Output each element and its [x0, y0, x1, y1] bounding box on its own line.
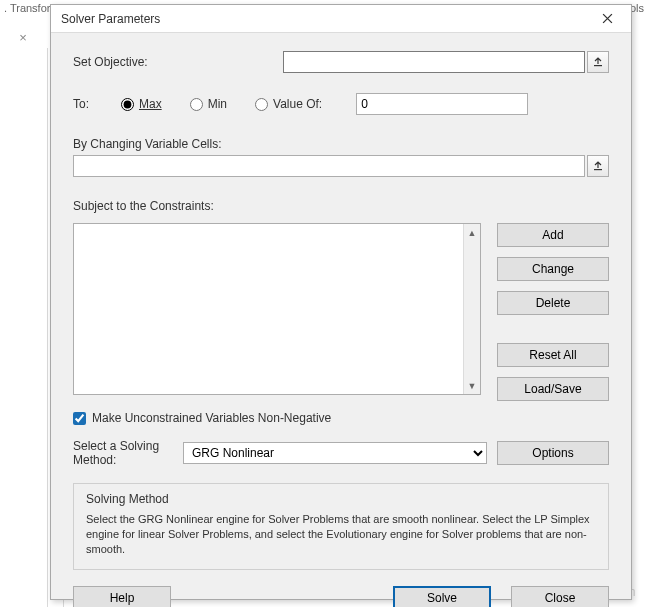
radio-max-label[interactable]: Max	[139, 97, 162, 111]
constraints-listbox[interactable]: ▲ ▼	[73, 223, 481, 395]
changing-cells-input[interactable]	[73, 155, 585, 177]
solver-parameters-dialog: Solver Parameters Set Objective: To: Max	[50, 4, 632, 600]
description-body: Select the GRG Nonlinear engine for Solv…	[86, 512, 596, 557]
titlebar: Solver Parameters	[51, 5, 631, 33]
solving-method-description: Solving Method Select the GRG Nonlinear …	[73, 483, 609, 570]
ribbon-fragment-right: ols	[630, 2, 644, 14]
scrollbar[interactable]: ▲ ▼	[463, 224, 480, 394]
help-button[interactable]: Help	[73, 586, 171, 607]
objective-radio-group: Max Min Value Of:	[121, 97, 322, 111]
radio-min[interactable]	[190, 98, 203, 111]
solve-button[interactable]: Solve	[393, 586, 491, 607]
collapse-dialog-icon[interactable]	[587, 51, 609, 73]
delete-button[interactable]: Delete	[497, 291, 609, 315]
valueof-input[interactable]	[356, 93, 528, 115]
set-objective-label: Set Objective:	[73, 55, 283, 69]
reset-all-button[interactable]: Reset All	[497, 343, 609, 367]
scroll-up-icon[interactable]: ▲	[464, 224, 480, 241]
options-button[interactable]: Options	[497, 441, 609, 465]
to-label: To:	[73, 97, 121, 111]
dialog-title: Solver Parameters	[61, 12, 587, 26]
svg-rect-0	[594, 65, 602, 66]
change-button[interactable]: Change	[497, 257, 609, 281]
svg-rect-1	[594, 169, 602, 170]
nonnegative-label[interactable]: Make Unconstrained Variables Non-Negativ…	[92, 411, 331, 425]
add-button[interactable]: Add	[497, 223, 609, 247]
formula-cancel-icon[interactable]: ×	[12, 30, 34, 48]
load-save-button[interactable]: Load/Save	[497, 377, 609, 401]
radio-min-label[interactable]: Min	[208, 97, 227, 111]
radio-max[interactable]	[121, 98, 134, 111]
close-icon[interactable]	[587, 5, 627, 33]
close-button[interactable]: Close	[511, 586, 609, 607]
set-objective-input[interactable]	[283, 51, 585, 73]
nonnegative-checkbox[interactable]	[73, 412, 86, 425]
dialog-content: Set Objective: To: Max Min Valu	[51, 33, 631, 607]
solving-method-select[interactable]: GRG Nonlinear	[183, 442, 487, 464]
solving-method-label: Select a Solving Method:	[73, 439, 173, 467]
radio-valueof[interactable]	[255, 98, 268, 111]
scroll-down-icon[interactable]: ▼	[464, 377, 480, 394]
collapse-dialog-icon[interactable]	[587, 155, 609, 177]
constraints-label: Subject to the Constraints:	[73, 199, 609, 213]
description-heading: Solving Method	[86, 492, 596, 506]
changing-cells-label: By Changing Variable Cells:	[73, 137, 609, 151]
radio-valueof-label[interactable]: Value Of:	[273, 97, 322, 111]
